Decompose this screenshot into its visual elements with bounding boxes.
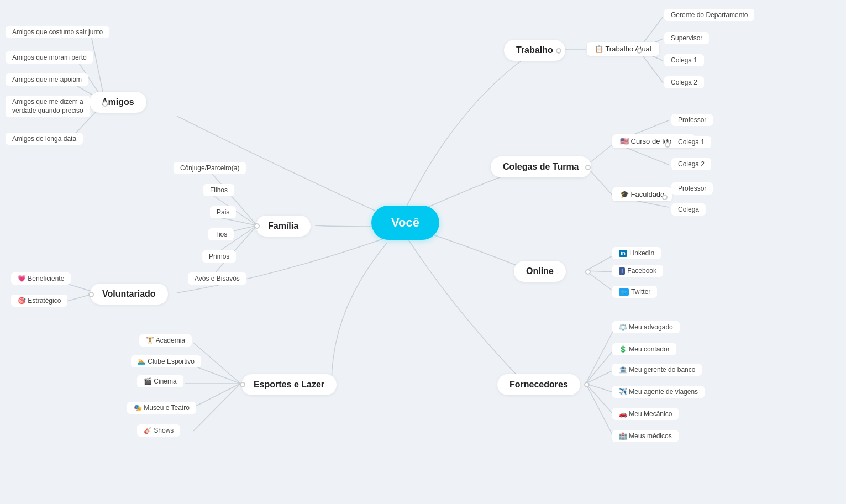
leaf-linkedin[interactable]: inLinkedIn — [612, 247, 661, 259]
leaf-trabalho-2[interactable]: Supervisor — [664, 32, 709, 44]
leaf-amigos-2[interactable]: Amigos que moram perto — [6, 51, 93, 64]
center-node[interactable]: Você — [371, 206, 439, 240]
leaf-amigos-1[interactable]: Amigos que costumo sair junto — [6, 26, 109, 38]
leaf-fornec-2[interactable]: 💲 Meu contador — [612, 343, 676, 355]
esportes-node[interactable]: Esportes e Lazer — [241, 374, 337, 395]
svg-line-35 — [586, 370, 613, 384]
leaf-esportes-4[interactable]: 🎭 Museu e Teatro — [127, 402, 196, 414]
svg-line-34 — [586, 350, 613, 384]
leaf-trabalho-4[interactable]: Colega 2 — [664, 76, 704, 88]
leaf-familia-5[interactable]: Primos — [202, 250, 236, 262]
leaf-trabalho-3[interactable]: Colega 1 — [664, 54, 704, 66]
svg-line-33 — [586, 330, 613, 384]
svg-line-38 — [586, 384, 613, 437]
leaf-familia-4[interactable]: Tios — [208, 228, 234, 240]
fornecedores-node[interactable]: Fornecedores — [497, 374, 580, 395]
leaf-voluntariado-1[interactable]: 💗 Beneficiente — [11, 272, 71, 285]
familia-node[interactable]: Família — [256, 216, 311, 237]
leaf-amigos-5[interactable]: Amigos de longa data — [6, 133, 83, 145]
leaf-esportes-1[interactable]: 🏋️ Academia — [139, 334, 192, 347]
leaf-facebook[interactable]: fFacebook — [612, 265, 663, 277]
leaf-esportes-3[interactable]: 🎬 Cinema — [137, 375, 183, 387]
leaf-colegas-1[interactable]: Professor — [671, 114, 713, 126]
leaf-familia-1[interactable]: Cônjuge/Parceiro(a) — [174, 162, 246, 174]
leaf-trabalho-1[interactable]: Gerente do Departamento — [664, 9, 754, 21]
leaf-faculdade-1[interactable]: Professor — [671, 182, 713, 195]
svg-line-30 — [586, 255, 613, 271]
leaf-familia-6[interactable]: Avós e Bisavós — [188, 272, 246, 285]
leaf-faculdade-2[interactable]: Colega — [671, 203, 706, 216]
leaf-fornec-4[interactable]: ✈️ Meu agente de viagens — [612, 386, 705, 398]
leaf-familia-3[interactable]: Pais — [210, 206, 236, 218]
svg-line-36 — [586, 384, 613, 392]
online-node[interactable]: Online — [514, 261, 566, 282]
leaf-amigos-3[interactable]: Amigos que me apoiam — [6, 74, 88, 86]
leaf-fornec-5[interactable]: 🚗 Meu Mecânico — [612, 408, 679, 420]
colegas-node[interactable]: Colegas de Turma — [491, 156, 591, 177]
leaf-fornec-6[interactable]: 🏥 Meus médicos — [612, 430, 679, 442]
leaf-amigos-4[interactable]: Amigos que me dizem averdade quando prec… — [6, 96, 90, 117]
leaf-fornec-3[interactable]: 🏦 Meu gerente do banco — [612, 364, 702, 376]
trabalho-atual-node[interactable]: 📋 Trabalho Atual — [587, 42, 659, 56]
leaf-voluntariado-2[interactable]: 🎯 Estratégico — [11, 295, 67, 307]
leaf-esportes-2[interactable]: 🏊 Clube Esportivo — [131, 355, 201, 368]
voluntariado-node[interactable]: Voluntariado — [90, 284, 168, 305]
svg-line-17 — [193, 384, 240, 431]
leaf-familia-2[interactable]: Filhos — [203, 184, 234, 196]
svg-line-37 — [586, 384, 613, 414]
leaf-colegas-2[interactable]: Colega 1 — [671, 136, 711, 148]
amigos-node[interactable]: Amigos — [90, 92, 146, 113]
leaf-colegas-3[interactable]: Colega 2 — [671, 158, 711, 170]
leaf-esportes-5[interactable]: 🎸 Shows — [137, 424, 180, 437]
leaf-fornec-1[interactable]: ⚖️ Meu advogado — [612, 321, 680, 333]
leaf-twitter[interactable]: 🐦Twitter — [612, 286, 657, 298]
